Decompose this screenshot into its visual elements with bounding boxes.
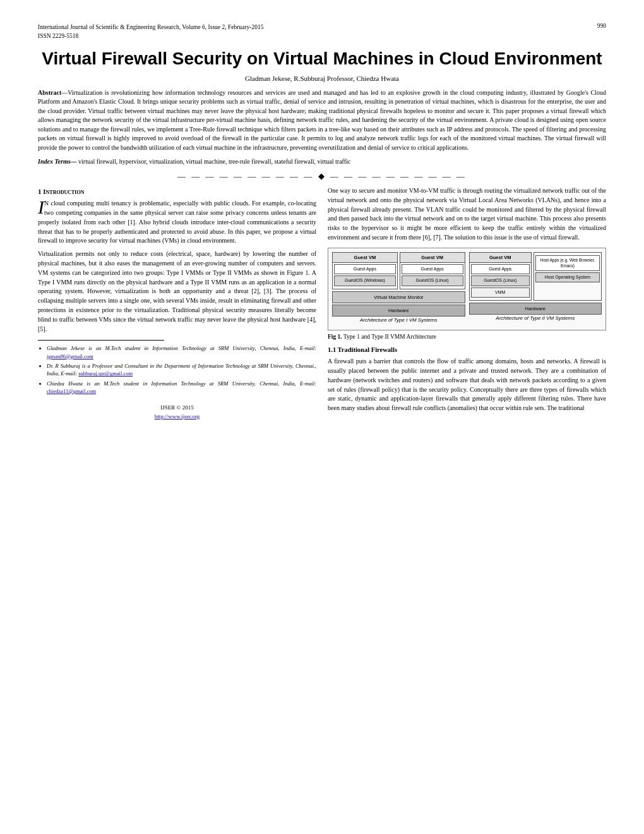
main-title: Virtual Firewall Security on Virtual Mac… [38, 47, 606, 70]
type1-vm1-apps: Guest Apps [334, 264, 396, 274]
section1-title: Introduction [43, 188, 84, 195]
type1-vmm: Virtual Machine Monitor [332, 291, 465, 303]
type1-vm2-apps: Guest Apps [402, 264, 463, 274]
arch-diagrams: Guest VM Guest Apps GuestOS (Windows) Gu… [328, 248, 606, 330]
issn: ISSN 2229-5518 [38, 32, 263, 40]
section1-heading: 1 Introduction [38, 186, 316, 196]
abstract-block: Abstract—Virtualization is revolutionizi… [38, 88, 606, 153]
top-header: International Journal of Scientific & En… [38, 23, 606, 41]
footnote-divider [38, 340, 164, 341]
footnote-email-3[interactable]: chiedza11@gmail.com [47, 388, 96, 394]
type1-vm2-header: Guest VM [400, 253, 465, 263]
type2-host-os: Host Operating System [535, 272, 600, 282]
figure1-caption-text: Type 1 and Type II VMM Architecture [343, 334, 436, 340]
index-terms: Index Terms— virtual firewall, hyperviso… [38, 157, 606, 166]
authors: Gladman Jekese, R.Subburaj Professor, Ch… [38, 75, 606, 82]
page-number: 990 [597, 23, 606, 41]
footnote-list: Gladman Jekese is an M.Tech student in I… [38, 344, 316, 395]
type2-vm-left: Guest VM Guest Apps GuestOS (Linux) VMM [469, 252, 532, 301]
type1-vm1-os: GuestOS (Windows) [334, 275, 396, 286]
type2-vm-header: Guest VM [470, 253, 532, 263]
figure1: Guest VM Guest Apps GuestOS (Windows) Gu… [328, 248, 606, 341]
figure1-caption: Fig 1. Type 1 and Type II VMM Architectu… [328, 332, 606, 341]
section1-1-heading: 1.1 Traditional Firewalls [328, 345, 606, 355]
right-column: One way to secure and monitor VM-to-VM t… [328, 186, 606, 421]
type1-diagram: Guest VM Guest Apps GuestOS (Windows) Gu… [332, 252, 465, 326]
index-terms-text: virtual firewall, hypervisor, virtualiza… [77, 158, 351, 165]
footer-link[interactable]: http://www.ijser.org [155, 413, 200, 420]
type2-diagram: Guest VM Guest Apps GuestOS (Linux) VMM [469, 252, 602, 326]
journal-name: International Journal of Scientific & En… [38, 23, 263, 32]
footnote-item-2: Dr. R Subburaj is a Professor and Consul… [47, 362, 316, 378]
footnote-item-1: Gladman Jekese is an M.Tech student in I… [47, 344, 316, 360]
footer: IJSER © 2015 http://www.ijser.org [38, 404, 316, 421]
abstract-text: —Virtualization is revolutionizing how i… [38, 89, 606, 151]
section1-para2: Virtualization permits not only to reduc… [38, 250, 316, 334]
section1-number: 1 [38, 188, 42, 195]
right-para1: One way to secure and monitor VM-to-VM t… [328, 186, 606, 243]
type2-host-apps: Host Apps (e.g. Web Browser, Emacs) [535, 255, 600, 271]
figure1-label: Fig 1. [328, 334, 342, 340]
page: International Journal of Scientific & En… [0, 0, 644, 834]
section1-text1: N cloud computing multi tenancy is probl… [38, 200, 316, 244]
footnote-block: Gladman Jekese is an M.Tech student in I… [38, 344, 316, 395]
index-terms-label: Index Terms— [38, 158, 77, 165]
footnote-item-3: Chiedza Hwata is an M.Tech student in In… [47, 380, 316, 396]
left-column: 1 Introduction IN cloud computing multi … [38, 186, 316, 421]
type1-vm1: Guest VM Guest Apps GuestOS (Windows) [332, 252, 398, 289]
journal-info: International Journal of Scientific & En… [38, 23, 263, 41]
type2-vmm: VMM [471, 287, 530, 298]
type2-arch-label: Architecture of Type II VM Systems [469, 315, 602, 322]
type2-guest-apps: Guest Apps [471, 264, 530, 274]
type1-vms: Guest VM Guest Apps GuestOS (Windows) Gu… [332, 252, 465, 289]
footnote-email-1[interactable]: jgman86@gmail.com [47, 353, 93, 360]
drop-cap: I [38, 199, 44, 215]
section1-1-text: A firewall puts a barrier that controls … [328, 357, 606, 413]
section1-para1: IN cloud computing multi tenancy is prob… [38, 199, 316, 246]
type1-vm2: Guest VM Guest Apps GuestOS (Linux) [400, 252, 465, 289]
abstract-label: Abstract [38, 89, 61, 96]
type1-vm1-header: Guest VM [333, 253, 397, 263]
footnote-email-2[interactable]: subburaj.spr@gmail.com [78, 370, 133, 377]
type2-guest-os: GuestOS (Linux) [471, 275, 530, 286]
type1-arch-label: Architecture of Type I VM Systems [332, 317, 465, 324]
type2-host-col: Host Apps (e.g. Web Browser, Emacs) Host… [534, 252, 602, 301]
type2-hardware: Hardware [469, 303, 602, 315]
section-divider: — — — — — — — — — — ◆ — — — — — — — — — … [38, 171, 606, 181]
title-block: Virtual Firewall Security on Virtual Mac… [38, 47, 606, 70]
footer-line1: IJSER © 2015 [38, 404, 316, 412]
two-column-layout: 1 Introduction IN cloud computing multi … [38, 186, 606, 421]
type1-vm2-os: GuestOS (Linux) [402, 275, 463, 286]
type1-hardware: Hardware [332, 305, 465, 317]
